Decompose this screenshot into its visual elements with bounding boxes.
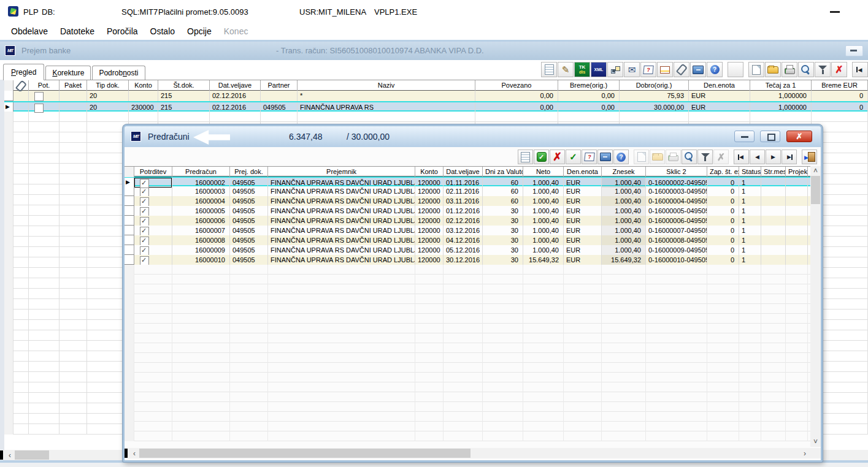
confirmation-checkbox[interactable] — [140, 217, 149, 226]
hierarchy-icon[interactable] — [607, 62, 623, 77]
book-question-icon[interactable] — [640, 62, 656, 77]
confirm-icon[interactable] — [566, 150, 581, 164]
column-header-paket[interactable]: Paket — [60, 80, 87, 91]
scrollbar-thumb[interactable] — [811, 176, 820, 204]
tab-podrobnosti[interactable]: Podrobnosti — [92, 66, 145, 80]
column-header-partner[interactable]: Partner — [261, 80, 298, 91]
column-header-dobro_orig[interactable]: Dobro(orig.) — [620, 80, 689, 91]
column-header-dni[interactable]: Dni za Valuto — [483, 167, 523, 177]
confirmation-checkbox[interactable] — [140, 246, 149, 255]
card-icon[interactable] — [657, 62, 673, 77]
scroll-right-button[interactable]: › — [800, 448, 810, 458]
column-header-clip[interactable] — [13, 80, 29, 91]
column-header-pot[interactable]: Pot. — [29, 80, 60, 91]
scroll-left-button[interactable]: ‹ — [129, 448, 139, 458]
column-header-status[interactable]: Status — [739, 167, 761, 177]
column-header-tecaj[interactable]: Tečaj za 1 — [750, 80, 812, 91]
column-header-znesek[interactable]: Znesek — [602, 167, 646, 177]
column-header-den_enota[interactable]: Den.enota — [689, 80, 750, 91]
report-icon[interactable] — [518, 150, 533, 164]
column-header-breme_orig[interactable]: Breme(orig.) — [558, 80, 620, 91]
column-header-sklic2[interactable]: Sklic 2 — [646, 167, 707, 177]
mail-icon[interactable] — [624, 62, 640, 77]
nav-prev-icon[interactable] — [750, 150, 765, 164]
column-header-breme_eur[interactable]: Breme EUR — [812, 80, 868, 91]
scroll-left-button[interactable]: ‹ — [5, 450, 15, 460]
dialog-maximize-button[interactable] — [760, 131, 780, 142]
help-icon[interactable] — [707, 62, 723, 77]
column-header-konto[interactable]: Konto — [129, 80, 158, 91]
table-row[interactable]: 16000008049505FINANČNA UPRAVA RS DAVČNI … — [125, 235, 821, 245]
new-document-icon[interactable] — [748, 62, 764, 77]
confirmation-checkbox[interactable] — [140, 197, 149, 206]
window-minimize-button[interactable] — [845, 45, 863, 56]
search-icon[interactable] — [682, 150, 697, 164]
report-icon[interactable] — [541, 62, 557, 77]
scrollbar-thumb[interactable] — [139, 449, 470, 458]
confirmation-checkbox[interactable] — [140, 227, 149, 235]
column-header-st_dok[interactable]: Št.dok. — [158, 80, 210, 91]
splitter-handle[interactable] — [0, 450, 3, 460]
column-header-potrditev[interactable]: Potrditev — [134, 167, 172, 177]
column-header-den_enota[interactable]: Den.enota — [564, 167, 602, 177]
table-row[interactable]: 16000007049505FINANČNA UPRAVA RS DAVČNI … — [125, 226, 821, 235]
menu-item-ostalo[interactable]: Ostalo — [144, 25, 181, 39]
column-header-dat_veljave[interactable]: Dat.veljave — [210, 80, 261, 91]
scroll-down-button[interactable]: ˅ — [811, 437, 821, 447]
confirmation-checkbox[interactable] — [140, 179, 149, 188]
tab-pregled[interactable]: Pregled — [3, 64, 44, 80]
tab-korekture[interactable]: Korekture — [45, 66, 91, 80]
nav-first-icon[interactable] — [852, 62, 868, 77]
filter-icon[interactable] — [697, 150, 713, 164]
table-row[interactable]: 16000003049505FINANČNA UPRAVA RS DAVČNI … — [125, 186, 821, 196]
print-icon[interactable] — [782, 62, 797, 77]
dialog-close-button[interactable]: ✗ — [786, 131, 812, 142]
menu-item-poročila[interactable]: Poročila — [101, 25, 144, 39]
column-header-konto[interactable]: Konto — [415, 167, 444, 177]
table-row[interactable]: ▶16000002049505FINANČNA UPRAVA RS DAVČNI… — [125, 177, 821, 186]
table-row[interactable]: 16000010049505FINANČNA UPRAVA RS DAVČNI … — [125, 255, 821, 265]
xml-icon[interactable] — [591, 62, 607, 77]
table-row[interactable]: ▶2023000021502.12.2016049505FINANČNA UPR… — [4, 101, 868, 112]
table-row[interactable]: 16000006049505FINANČNA UPRAVA RS DAVČNI … — [125, 216, 821, 226]
nav-first-icon[interactable] — [734, 150, 749, 164]
menu-item-opcije[interactable]: Opcije — [181, 25, 218, 39]
table-row[interactable]: 16000009049505FINANČNA UPRAVA RS DAVČNI … — [125, 245, 821, 255]
scrollbar-thumb[interactable] — [15, 450, 49, 460]
column-header-projekt[interactable]: Projekt — [786, 167, 808, 177]
confirmation-checkbox[interactable] — [140, 188, 149, 196]
column-header-str_mesto[interactable]: Str.mesto — [761, 167, 786, 177]
column-header-prej_dok[interactable]: Prej. dok. — [230, 167, 268, 177]
tk-dis-icon[interactable] — [574, 62, 590, 77]
splitter-handle[interactable] — [125, 449, 128, 458]
exit-icon[interactable] — [802, 150, 817, 164]
filter-icon[interactable] — [815, 62, 831, 77]
column-header-povezano[interactable]: Povezano — [475, 80, 558, 91]
screen-icon[interactable] — [597, 150, 613, 164]
confirmation-checkbox[interactable] — [34, 104, 44, 113]
screen-icon[interactable] — [690, 62, 706, 77]
confirmation-checkbox[interactable] — [34, 92, 44, 101]
app-minimize-button[interactable] — [830, 9, 840, 13]
column-header-dat_veljave[interactable]: Dat.veljave — [444, 167, 483, 177]
column-header-prejemnik[interactable]: Prejemnik — [268, 167, 415, 177]
dialog-minimize-button[interactable] — [734, 131, 755, 142]
table-row[interactable]: 16000005049505FINANČNA UPRAVA RS DAVČNI … — [125, 206, 821, 216]
open-folder-icon[interactable] — [765, 62, 781, 77]
clear-red-icon[interactable] — [831, 62, 847, 77]
confirmation-checkbox[interactable] — [140, 237, 149, 245]
search-icon[interactable] — [798, 62, 814, 77]
table-row[interactable]: 2021502.12.2016*0,000,0075,93EUR1,000000… — [4, 91, 868, 101]
book-question-icon[interactable] — [582, 150, 597, 164]
edit-icon[interactable] — [558, 62, 574, 77]
nav-last-icon[interactable] — [782, 150, 797, 164]
nav-next-icon[interactable] — [766, 150, 781, 164]
attachment-icon[interactable] — [674, 62, 689, 77]
help-icon[interactable] — [613, 150, 629, 164]
reject-all-icon[interactable] — [550, 150, 565, 164]
column-header-zap_st_ext[interactable]: Zap. št. ext. — [707, 167, 739, 177]
menu-item-datoteke[interactable]: Datoteke — [54, 25, 101, 39]
confirmation-checkbox[interactable] — [140, 256, 149, 265]
column-header-neto[interactable]: Neto — [523, 167, 564, 177]
confirm-all-icon[interactable] — [534, 150, 549, 164]
